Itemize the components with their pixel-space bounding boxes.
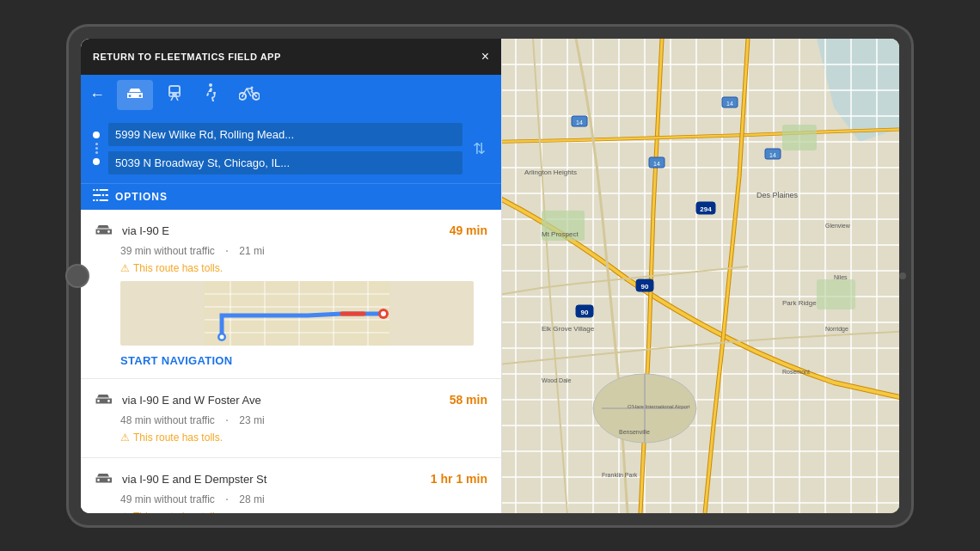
route-1-no-traffic: 39 min without traffic xyxy=(120,245,215,257)
route-1-details: 39 min without traffic · 21 mi xyxy=(120,243,487,259)
route-3-distance: 28 mi xyxy=(239,493,264,505)
svg-point-2 xyxy=(170,94,173,96)
route-3-header: via I-90 E and E Dempster St 1 hr 1 min xyxy=(95,470,487,488)
options-label: OPTIONS xyxy=(115,191,168,203)
close-button[interactable]: × xyxy=(481,50,489,64)
svg-text:Franklin Park: Franklin Park xyxy=(602,472,638,478)
svg-point-6 xyxy=(209,83,212,87)
route-2-via: via I-90 E and W Foster Ave xyxy=(122,394,261,407)
route-3-time: 1 hr 1 min xyxy=(431,472,487,486)
svg-text:90: 90 xyxy=(641,283,649,291)
svg-line-4 xyxy=(171,97,173,101)
address-section: ⇅ xyxy=(81,116,501,183)
options-bar[interactable]: OPTIONS xyxy=(81,183,501,210)
svg-text:14: 14 xyxy=(653,161,660,167)
tablet-screen: RETURN TO FLEETMATICS FIELD APP × ← xyxy=(81,39,899,513)
route-3-toll: ⚠ This route has tolls. xyxy=(120,511,487,513)
svg-text:Wood Dale: Wood Dale xyxy=(542,377,572,383)
toll-warning-icon-3: ⚠ xyxy=(120,511,130,513)
svg-point-29 xyxy=(381,311,386,316)
route-1-distance: 21 mi xyxy=(239,245,264,257)
svg-text:O'Hare International Airport: O'Hare International Airport xyxy=(628,404,690,409)
svg-text:294: 294 xyxy=(700,205,712,213)
vdots xyxy=(95,143,98,154)
svg-point-16 xyxy=(101,193,105,197)
origin-input[interactable] xyxy=(108,123,462,146)
route-1-via: via I-90 E xyxy=(122,224,169,237)
transport-bike[interactable] xyxy=(230,80,268,110)
svg-text:Mt Prospect: Mt Prospect xyxy=(542,230,579,238)
route-3-car-icon xyxy=(95,470,112,488)
content-area: RETURN TO FLEETMATICS FIELD APP × ← xyxy=(81,39,899,513)
transport-walk[interactable] xyxy=(196,78,225,112)
svg-text:Arlington Heights: Arlington Heights xyxy=(524,168,577,176)
route-1-left: via I-90 E xyxy=(95,222,169,240)
svg-point-15 xyxy=(95,189,99,192)
home-button[interactable] xyxy=(65,264,89,288)
svg-text:14: 14 xyxy=(576,119,583,126)
camera-dot xyxy=(899,272,906,279)
route-1-car-icon xyxy=(95,222,112,240)
route-2-distance: 23 mi xyxy=(239,414,264,426)
route-3-toll-text: This route has tolls. xyxy=(133,511,223,513)
map-background: Arlington Heights Mt Prospect Des Plaine… xyxy=(502,39,899,513)
svg-rect-70 xyxy=(817,279,855,309)
svg-rect-13 xyxy=(93,194,108,196)
route-item-3[interactable]: via I-90 E and E Dempster St 1 hr 1 min … xyxy=(81,458,501,513)
route-2-left: via I-90 E and W Foster Ave xyxy=(95,391,261,409)
svg-rect-68 xyxy=(782,125,817,150)
svg-text:14: 14 xyxy=(769,152,776,158)
svg-text:90: 90 xyxy=(581,309,589,316)
svg-text:Norridge: Norridge xyxy=(825,326,848,333)
svg-text:Des Plaines: Des Plaines xyxy=(756,191,799,199)
destination-input[interactable] xyxy=(108,151,462,174)
left-panel: RETURN TO FLEETMATICS FIELD APP × ← xyxy=(81,39,502,513)
options-icon xyxy=(93,189,108,205)
tablet-frame: RETURN TO FLEETMATICS FIELD APP × ← xyxy=(69,27,911,525)
route-1-time: 49 min xyxy=(450,223,487,237)
sep-3: · xyxy=(225,492,229,507)
svg-line-5 xyxy=(176,97,178,101)
svg-point-31 xyxy=(220,334,224,339)
svg-text:Bensenville: Bensenville xyxy=(619,429,650,435)
route-2-no-traffic: 48 min without traffic xyxy=(120,414,215,426)
svg-text:Niles: Niles xyxy=(834,274,848,280)
start-navigation-button[interactable]: START NAVIGATION xyxy=(120,354,232,367)
svg-point-11 xyxy=(251,87,254,89)
toll-warning-icon-2: ⚠ xyxy=(120,432,130,444)
start-nav-container: START NAVIGATION xyxy=(120,352,487,368)
transport-bar: ← xyxy=(81,75,501,116)
header-bar: RETURN TO FLEETMATICS FIELD APP × xyxy=(81,39,501,75)
transport-transit[interactable] xyxy=(158,79,191,111)
back-button[interactable]: ← xyxy=(89,86,105,104)
svg-text:14: 14 xyxy=(726,101,733,107)
svg-point-17 xyxy=(95,199,99,201)
route-1-toll: ⚠ This route has tolls. xyxy=(120,262,487,274)
sep-1: · xyxy=(225,243,229,259)
route-2-details: 48 min without traffic · 23 mi xyxy=(120,413,487,428)
toll-warning-icon-1: ⚠ xyxy=(120,262,130,274)
dest-dot xyxy=(93,158,100,165)
route-2-car-icon xyxy=(95,391,112,409)
svg-rect-1 xyxy=(170,87,179,92)
route-2-time: 58 min xyxy=(450,393,487,407)
swap-button[interactable]: ⇅ xyxy=(469,136,489,162)
route-1-toll-text: This route has tolls. xyxy=(133,262,223,274)
routes-list: via I-90 E 49 min 39 min without traffic… xyxy=(81,210,501,513)
address-dots xyxy=(93,132,100,165)
header-title: RETURN TO FLEETMATICS FIELD APP xyxy=(93,52,281,62)
transport-car[interactable] xyxy=(117,80,153,110)
route-2-toll-text: This route has tolls. xyxy=(133,432,223,444)
svg-point-3 xyxy=(177,94,180,96)
route-3-left: via I-90 E and E Dempster St xyxy=(95,470,266,488)
route-3-details: 49 min without traffic · 28 mi xyxy=(120,492,487,507)
route-1-header: via I-90 E 49 min xyxy=(95,222,487,240)
route-item-2[interactable]: via I-90 E and W Foster Ave 58 min 48 mi… xyxy=(81,379,501,458)
svg-text:Elk Grove Village: Elk Grove Village xyxy=(542,325,595,333)
svg-text:Park Ridge: Park Ridge xyxy=(782,299,817,307)
addresses-col xyxy=(108,123,462,174)
route-3-via: via I-90 E and E Dempster St xyxy=(122,473,266,486)
svg-text:Glenview: Glenview xyxy=(825,223,851,229)
origin-dot xyxy=(93,132,100,138)
route-item-1[interactable]: via I-90 E 49 min 39 min without traffic… xyxy=(81,210,501,379)
